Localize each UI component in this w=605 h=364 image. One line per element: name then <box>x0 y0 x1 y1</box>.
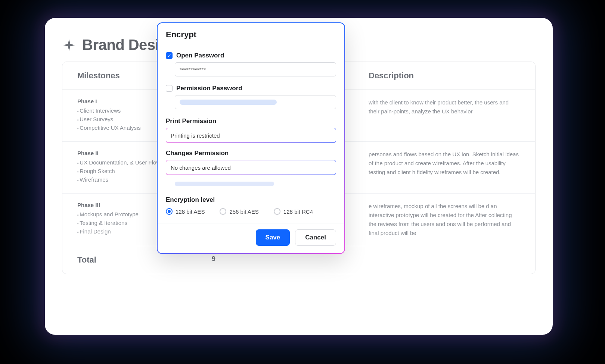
permission-password-row: Permission Password <box>166 85 336 92</box>
total-label: Total <box>77 255 212 265</box>
permission-password-input[interactable] <box>175 95 336 109</box>
radio-icon <box>220 208 226 215</box>
open-password-checkbox[interactable] <box>166 52 173 59</box>
placeholder-skeleton <box>175 182 274 186</box>
row-description: with the client to know their product be… <box>369 98 520 133</box>
open-password-label: Open Password <box>176 52 224 59</box>
total-time: 9 <box>212 255 272 265</box>
radio-icon <box>166 208 173 215</box>
encryption-level-label: Encryption level <box>166 196 336 204</box>
save-button[interactable]: Save <box>256 229 290 246</box>
cancel-button[interactable]: Cancel <box>295 229 336 246</box>
encryption-radio-group: 128 bit AES 256 bit AES 128 bit RC4 <box>166 208 336 215</box>
divider <box>158 190 344 190</box>
radio-256-aes[interactable]: 256 bit AES <box>220 208 258 215</box>
placeholder-skeleton <box>180 100 277 105</box>
open-password-input[interactable] <box>175 62 336 76</box>
check-icon <box>167 53 171 58</box>
radio-128-rc4[interactable]: 128 bit RC4 <box>274 208 313 215</box>
encrypt-modal: Encrypt Open Password Permission Passwor… <box>157 22 345 254</box>
print-permission-select[interactable]: Printing is restricted <box>166 128 336 143</box>
radio-128-aes[interactable]: 128 bit AES <box>166 208 205 215</box>
print-permission-label: Print Permission <box>166 117 336 125</box>
radio-icon <box>274 208 280 215</box>
modal-header: Encrypt <box>158 23 344 45</box>
changes-permission-select[interactable]: No changes are allowed <box>166 160 336 175</box>
modal-title: Encrypt <box>166 30 336 40</box>
th-description: Description <box>369 71 520 81</box>
open-password-row: Open Password <box>166 52 336 59</box>
changes-permission-label: Changes Permission <box>166 150 336 157</box>
sparkle-icon <box>62 38 76 52</box>
permission-password-checkbox[interactable] <box>166 85 173 92</box>
row-description: personas and flows based on the UX ion. … <box>369 150 520 185</box>
permission-password-label: Permission Password <box>176 85 242 92</box>
row-description: e wireframes, mockup of all the screens … <box>369 202 520 238</box>
modal-footer: Save Cancel <box>158 223 344 253</box>
